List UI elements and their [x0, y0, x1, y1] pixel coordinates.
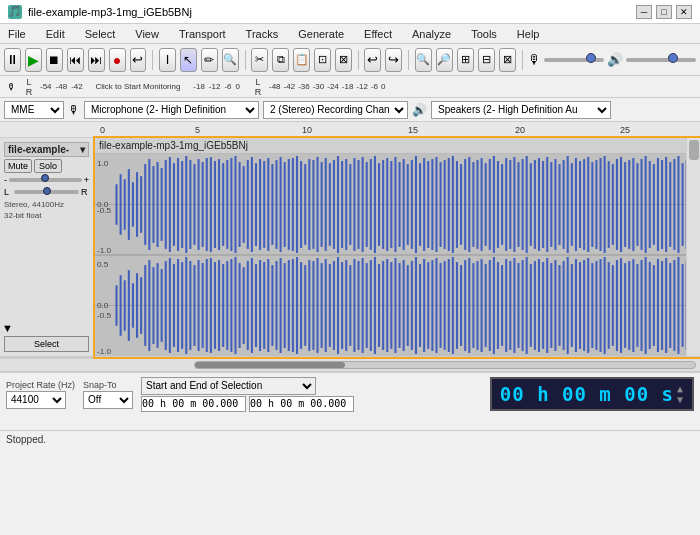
vertical-scrollbar[interactable]: [686, 138, 700, 356]
svg-rect-198: [296, 257, 298, 354]
redo-button[interactable]: ↪: [385, 48, 402, 72]
play-button[interactable]: ▶: [25, 48, 42, 72]
mute-button[interactable]: Mute: [4, 159, 32, 173]
svg-rect-264: [567, 257, 569, 354]
loop-button[interactable]: ↩: [130, 48, 147, 72]
svg-rect-16: [132, 182, 134, 226]
pan-slider[interactable]: [14, 190, 79, 194]
vscroll-thumb[interactable]: [689, 140, 699, 160]
svg-rect-77: [382, 160, 384, 249]
api-select[interactable]: MME: [4, 101, 64, 119]
click-to-monitor[interactable]: Click to Start Monitoring: [87, 82, 190, 91]
skip-end-button[interactable]: ⏭: [88, 48, 105, 72]
svg-rect-94: [452, 156, 454, 253]
svg-rect-97: [464, 159, 466, 250]
ruler-tick-5: 5: [195, 125, 200, 135]
horizontal-scrollbar[interactable]: [0, 358, 700, 372]
svg-rect-210: [345, 260, 347, 351]
svg-rect-224: [403, 260, 405, 351]
pause-button[interactable]: ⏸: [4, 48, 21, 72]
svg-text:0.5: 0.5: [97, 260, 109, 269]
svg-rect-237: [456, 262, 458, 349]
snap-select[interactable]: Off: [83, 391, 133, 409]
menu-generate[interactable]: Generate: [294, 27, 348, 41]
copy-button[interactable]: ⧉: [272, 48, 289, 72]
zoom-out-button[interactable]: 🔎: [436, 48, 453, 72]
bottom-bar: Project Rate (Hz) 44100 Snap-To Off Star…: [0, 372, 700, 430]
svg-rect-216: [370, 260, 372, 351]
svg-rect-245: [489, 260, 491, 351]
trim-button[interactable]: ⊡: [314, 48, 331, 72]
track-dropdown-icon[interactable]: ▾: [80, 144, 85, 155]
svg-rect-239: [464, 260, 466, 351]
track-info-bitdepth: 32-bit float: [4, 211, 89, 220]
zoom-sel-button[interactable]: ⊟: [478, 48, 495, 72]
menu-help[interactable]: Help: [513, 27, 544, 41]
output-meter-scale: -48 -42 -36 -30 -24 -18 -12 -6 0: [269, 82, 386, 91]
svg-rect-263: [563, 261, 565, 350]
undo-button[interactable]: ↩: [364, 48, 381, 72]
svg-rect-106: [501, 164, 503, 245]
svg-rect-193: [275, 261, 277, 350]
menu-analyze[interactable]: Analyze: [408, 27, 455, 41]
paste-button[interactable]: 📋: [293, 48, 310, 72]
hscroll-thumb[interactable]: [195, 362, 345, 368]
menu-view[interactable]: View: [131, 27, 163, 41]
input-volume-slider[interactable]: [544, 58, 604, 62]
waveform-area[interactable]: file-example-mp3-1mg_iGEb5BNj 1.0 0.0 -0…: [95, 138, 700, 357]
solo-button[interactable]: Solo: [34, 159, 62, 173]
zoom-in-tool[interactable]: 🔍: [222, 48, 239, 72]
gain-slider[interactable]: [9, 178, 82, 182]
svg-rect-187: [251, 258, 253, 353]
minimize-button[interactable]: ─: [636, 5, 652, 19]
menu-transport[interactable]: Transport: [175, 27, 230, 41]
svg-rect-21: [152, 166, 154, 243]
out-db-12: -12: [356, 82, 368, 91]
svg-rect-44: [247, 160, 249, 249]
selection-mode-select[interactable]: Start and End of Selection: [141, 377, 316, 395]
zoom-full-button[interactable]: ⊠: [499, 48, 516, 72]
output-volume-slider[interactable]: [626, 58, 696, 62]
collapse-icon[interactable]: ▼: [2, 322, 13, 334]
pencil-tool[interactable]: ✏: [201, 48, 218, 72]
stop-button[interactable]: ⏹: [46, 48, 63, 72]
svg-rect-184: [239, 263, 241, 348]
svg-rect-232: [435, 258, 437, 353]
svg-rect-163: [152, 267, 154, 344]
cut-button[interactable]: ✂: [251, 48, 268, 72]
skip-start-button[interactable]: ⏮: [67, 48, 84, 72]
input-device-select[interactable]: Microphone (2- High Definition: [84, 101, 259, 119]
select-button[interactable]: Select: [4, 336, 89, 352]
maximize-button[interactable]: □: [656, 5, 672, 19]
record-button[interactable]: ●: [109, 48, 126, 72]
big-time-arrow[interactable]: ▲▼: [677, 383, 684, 405]
menu-effect[interactable]: Effect: [360, 27, 396, 41]
svg-rect-259: [546, 258, 548, 353]
selection-start-input[interactable]: 00 h 00 m 00.000 s: [141, 396, 246, 412]
channel-select[interactable]: 2 (Stereo) Recording Chann: [263, 101, 408, 119]
hscroll-track[interactable]: [194, 361, 696, 369]
svg-rect-108: [509, 160, 511, 249]
menu-tools[interactable]: Tools: [467, 27, 501, 41]
zoom-in-button[interactable]: 🔍: [415, 48, 432, 72]
menu-select[interactable]: Select: [81, 27, 120, 41]
cursor-tool[interactable]: I: [159, 48, 176, 72]
status-text: Stopped.: [6, 434, 46, 445]
window-controls[interactable]: ─ □ ✕: [636, 5, 692, 19]
svg-rect-211: [349, 265, 351, 346]
titlebar: 🎵 file-example-mp3-1mg_iGEb5BNj ─ □ ✕: [0, 0, 700, 24]
menu-file[interactable]: File: [4, 27, 30, 41]
svg-rect-51: [275, 160, 277, 249]
speaker-icon-device: 🔊: [412, 103, 427, 117]
menu-tracks[interactable]: Tracks: [242, 27, 283, 41]
menu-edit[interactable]: Edit: [42, 27, 69, 41]
select-tool[interactable]: ↖: [180, 48, 197, 72]
project-rate-select[interactable]: 44100: [6, 391, 66, 409]
output-device-select[interactable]: Speakers (2- High Definition Au: [431, 101, 611, 119]
svg-rect-165: [161, 269, 163, 342]
svg-rect-75: [374, 156, 376, 253]
zoom-fit-button[interactable]: ⊞: [457, 48, 474, 72]
close-button[interactable]: ✕: [676, 5, 692, 19]
silence-button[interactable]: ⊠: [335, 48, 352, 72]
selection-end-input[interactable]: 00 h 00 m 00.000 s: [249, 396, 354, 412]
